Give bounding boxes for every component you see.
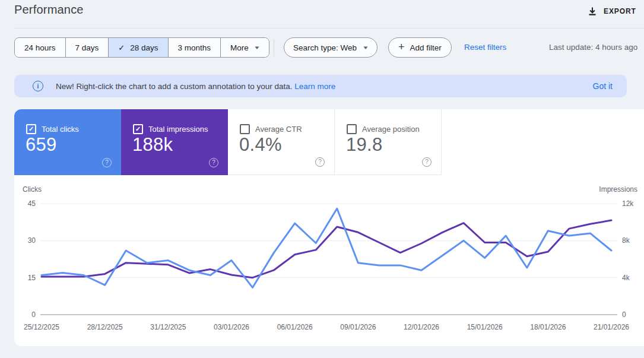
search-type-label: Search type: Web: [293, 43, 357, 52]
right-axis-tick: 12k: [622, 199, 634, 208]
content-card: ✓Total clicks659?✓Total impressions188k?…: [14, 109, 644, 346]
series-line-impressions: [42, 220, 611, 278]
metric-label: Average CTR: [255, 125, 302, 134]
metric-label: Total clicks: [42, 125, 79, 134]
chevron-down-icon: ▼: [253, 45, 261, 50]
metric-value: 188k: [132, 134, 173, 156]
chip-label: More: [230, 43, 249, 52]
help-icon[interactable]: ?: [422, 157, 432, 167]
x-axis-tick: 15/01/2026: [467, 323, 503, 331]
right-axis-tick: 0: [622, 311, 626, 319]
chip-label: 7 days: [75, 43, 99, 52]
chip-label: 3 months: [178, 43, 211, 52]
help-icon[interactable]: ?: [209, 158, 218, 167]
metric-value: 19.8: [346, 134, 383, 156]
banner-text: New! Right-click the chart to add a cust…: [56, 82, 335, 91]
header-divider: [14, 28, 644, 28]
metric-card-row: ✓Total clicks659?✓Total impressions188k?…: [14, 109, 442, 175]
metric-label: Total impressions: [148, 125, 208, 134]
date-range-chip-7-days[interactable]: 7 days: [65, 38, 109, 57]
date-range-chip-28-days[interactable]: ✓28 days: [108, 38, 167, 57]
search-type-dropdown[interactable]: Search type: Web ▼: [284, 37, 377, 58]
help-icon[interactable]: ?: [315, 157, 325, 167]
right-axis-title: Impressions: [599, 185, 637, 194]
checkbox-total-clicks[interactable]: ✓: [26, 124, 36, 134]
toolbar-divider: [274, 39, 274, 56]
chip-label: 24 hours: [24, 43, 56, 52]
banner-message: New! Right-click the chart to add a cust…: [56, 82, 292, 91]
x-axis-tick: 12/01/2026: [404, 323, 439, 331]
series-line-clicks: [42, 208, 611, 287]
metric-label: Average position: [362, 125, 420, 134]
x-axis-tick: 18/01/2026: [530, 323, 566, 331]
chip-label: 28 days: [130, 43, 158, 52]
date-range-chip-more[interactable]: More▼: [220, 38, 269, 57]
metric-card-average-ctr[interactable]: Average CTR0.4%?: [228, 109, 335, 175]
x-axis-tick: 28/12/2025: [87, 323, 123, 331]
date-range-chip-24-hours[interactable]: 24 hours: [15, 38, 65, 57]
right-axis-tick: 4k: [622, 274, 630, 282]
chevron-down-icon: ▼: [362, 45, 369, 50]
check-icon: ✓: [118, 43, 125, 52]
left-axis-tick: 0: [31, 311, 36, 319]
left-axis-title: Clicks: [23, 185, 42, 194]
info-icon: i: [33, 81, 43, 91]
check-icon: ✓: [28, 126, 34, 132]
metric-value: 0.4%: [239, 134, 282, 156]
x-axis-tick: 31/12/2025: [150, 323, 186, 331]
export-label: EXPORT: [604, 7, 636, 15]
export-button[interactable]: EXPORT: [588, 2, 636, 21]
got-it-button[interactable]: Got it: [593, 81, 613, 91]
date-range-chip-group: 24 hours7 days✓28 days3 monthsMore▼: [14, 37, 269, 58]
metric-value: 659: [26, 134, 57, 156]
learn-more-link[interactable]: Learn more: [294, 82, 335, 91]
checkbox-average-ctr[interactable]: [240, 124, 250, 134]
x-axis-tick: 06/01/2026: [277, 323, 313, 331]
metric-card-total-clicks[interactable]: ✓Total clicks659?: [14, 109, 121, 175]
left-axis-tick: 15: [28, 274, 36, 282]
left-axis-tick: 30: [28, 236, 36, 245]
last-update-text: Last update: 4 hours ago: [549, 37, 637, 58]
right-axis-tick: 8k: [622, 236, 630, 245]
reset-filters-link[interactable]: Reset filters: [464, 37, 506, 58]
add-filter-label: Add filter: [410, 43, 442, 52]
x-axis-tick: 21/01/2026: [594, 323, 629, 331]
metric-card-total-impressions[interactable]: ✓Total impressions188k?: [121, 109, 228, 175]
performance-chart[interactable]: 015304504k8k12kClicksImpressions25/12/20…: [14, 175, 644, 346]
metric-card-average-position[interactable]: Average position19.8?: [335, 109, 442, 175]
help-icon[interactable]: ?: [102, 158, 112, 167]
x-axis-tick: 25/12/2025: [24, 323, 59, 331]
plus-icon: +: [398, 42, 405, 52]
checkbox-average-position[interactable]: [347, 124, 357, 134]
left-axis-tick: 45: [28, 199, 36, 208]
checkbox-total-impressions[interactable]: ✓: [133, 124, 143, 134]
annotation-banner: i New! Right-click the chart to add a cu…: [14, 75, 627, 97]
add-filter-button[interactable]: + Add filter: [388, 37, 452, 58]
page-title: Performance: [14, 3, 84, 17]
check-icon: ✓: [135, 126, 141, 132]
x-axis-tick: 03/01/2026: [214, 323, 249, 331]
x-axis-tick: 09/01/2026: [340, 323, 376, 331]
date-range-chip-3-months[interactable]: 3 months: [168, 38, 221, 57]
download-icon: [588, 7, 597, 16]
